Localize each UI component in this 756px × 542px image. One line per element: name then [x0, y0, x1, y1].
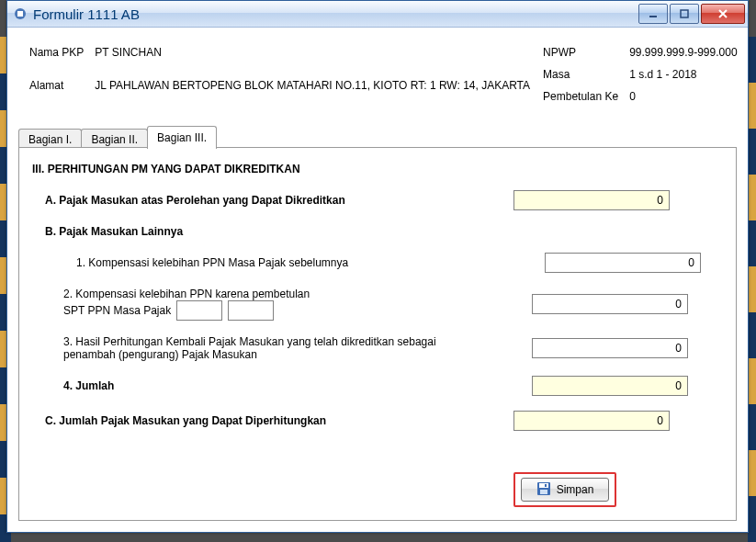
row-b2-period-from[interactable]	[176, 300, 222, 321]
row-a-value[interactable]: 0	[513, 190, 670, 210]
tab-bagian-2[interactable]: Bagian II.	[81, 129, 148, 149]
svg-rect-7	[545, 484, 547, 487]
svg-rect-2	[649, 16, 657, 17]
save-button[interactable]: Simpan	[521, 478, 609, 502]
app-window: Formulir 1111 AB Nama PKP PT SINCHAN	[6, 0, 749, 533]
app-icon	[13, 6, 28, 21]
maximize-button[interactable]	[670, 4, 699, 24]
masa-value: 1 s.d 1 - 2018	[629, 68, 746, 88]
tab-strip: Bagian I. Bagian II. Bagian III.	[18, 127, 748, 149]
row-b2-value[interactable]: 0	[532, 294, 688, 314]
save-highlight: Simpan	[513, 472, 616, 507]
alamat-label: Alamat	[29, 79, 93, 110]
nama-pkp-value: PT SINCHAN	[95, 46, 539, 77]
row-b4-value[interactable]: 0	[532, 376, 688, 396]
row-b2-period-to[interactable]	[228, 300, 274, 321]
save-icon	[536, 481, 551, 499]
svg-rect-5	[539, 483, 548, 488]
pembetulan-label: Pembetulan Ke	[543, 90, 627, 110]
row-b2-label-line2: SPT PPN Masa Pajak	[63, 304, 171, 317]
row-b1-value[interactable]: 0	[545, 253, 701, 273]
close-button[interactable]	[701, 4, 745, 24]
section-title: III. PERHITUNGAN PM YANG DAPAT DIKREDITK…	[32, 163, 723, 175]
svg-rect-6	[540, 490, 547, 494]
tab-bagian-3[interactable]: Bagian III.	[147, 126, 217, 149]
minimize-button[interactable]	[638, 4, 668, 24]
npwp-value: 99.999.999.9-999.000	[629, 46, 746, 66]
pembetulan-value: 0	[629, 90, 746, 110]
npwp-label: NPWP	[543, 46, 627, 66]
window-title: Formulir 1111 AB	[33, 6, 637, 22]
row-b-label: B. Pajak Masukan Lainnya	[32, 225, 513, 238]
row-b1-label: 1. Kompensasi kelebihan PPN Masa Pajak s…	[32, 256, 545, 269]
row-b3-value[interactable]: 0	[532, 338, 688, 358]
svg-rect-3	[681, 10, 688, 17]
tab-panel: III. PERHITUNGAN PM YANG DAPAT DIKREDITK…	[18, 147, 737, 521]
svg-rect-1	[17, 11, 23, 17]
alamat-value: JL PAHLAWAN BERTOPENG BLOK MATAHARI NO.1…	[95, 79, 539, 110]
nama-pkp-label: Nama PKP	[29, 46, 93, 77]
row-b2-label-line1: 2. Kompensasi kelebihan PPN karena pembe…	[63, 288, 532, 300]
row-c-value[interactable]: 0	[513, 411, 670, 431]
header-left: Nama PKP PT SINCHAN Alamat JL PAHLAWAN B…	[28, 44, 541, 112]
save-button-label: Simpan	[557, 483, 594, 496]
row-b3-label-line2: penambah (pengurang) Pajak Masukan	[63, 348, 532, 361]
masa-label: Masa	[543, 68, 627, 88]
row-b3-label-line1: 3. Hasil Perhitungan Kembali Pajak Masuk…	[63, 335, 532, 348]
header-right: NPWP 99.999.999.9-999.000 Masa 1 s.d 1 -…	[541, 44, 749, 112]
row-b4-label: 4. Jumlah	[32, 379, 532, 392]
row-a-label: A. Pajak Masukan atas Perolehan yang Dap…	[32, 194, 513, 207]
tab-bagian-1[interactable]: Bagian I.	[18, 129, 82, 149]
row-c-label: C. Jumlah Pajak Masukan yang Dapat Diper…	[32, 414, 513, 427]
header-area: Nama PKP PT SINCHAN Alamat JL PAHLAWAN B…	[7, 28, 748, 121]
title-bar: Formulir 1111 AB	[7, 1, 748, 28]
